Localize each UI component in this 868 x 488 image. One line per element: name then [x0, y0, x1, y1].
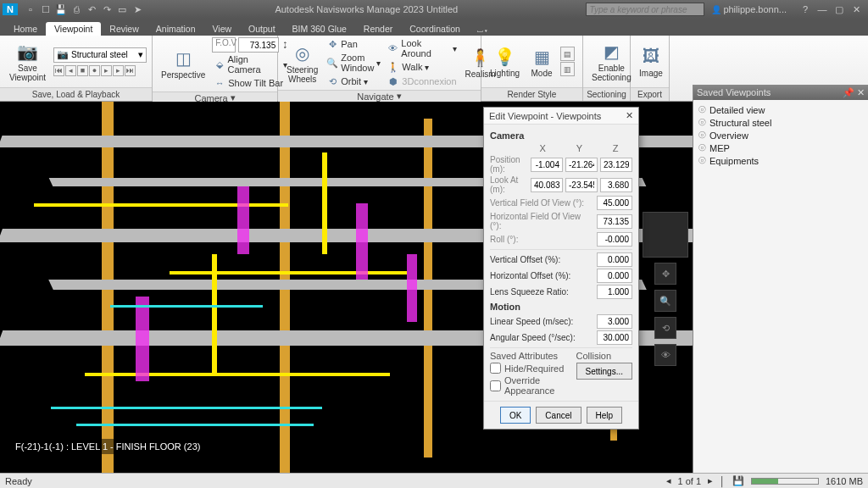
undo-icon[interactable]: ↶	[85, 3, 98, 16]
viewpoint-item[interactable]: ⦾Equipments	[698, 154, 863, 167]
lens-input[interactable]	[597, 285, 632, 299]
dialog-close-icon[interactable]: ✕	[626, 110, 633, 121]
maximize-icon[interactable]: ▢	[832, 4, 846, 15]
image-icon: 🖼	[639, 46, 663, 68]
tab-viewpoint[interactable]: Viewpoint	[46, 22, 101, 36]
pos-x[interactable]	[531, 158, 563, 172]
voff-input[interactable]	[597, 252, 632, 267]
search-input[interactable]	[586, 3, 704, 16]
play-stop[interactable]: ■	[77, 65, 88, 76]
help-button[interactable]: Help	[587, 407, 623, 424]
play-next[interactable]: ▸	[113, 65, 124, 76]
viewpoint-item[interactable]: ⦾Detailed view	[698, 103, 863, 116]
user-menu[interactable]: 👤 philippe.bonn...	[704, 4, 793, 14]
nav-orbit-icon[interactable]: ⟲	[654, 317, 676, 339]
fov-label: F.O.V	[212, 37, 236, 53]
look-z[interactable]	[600, 178, 632, 192]
view-cube[interactable]	[643, 212, 688, 258]
select-icon[interactable]: ▭	[115, 3, 129, 16]
camera-icon: ⦾	[698, 117, 706, 128]
nav-look-icon[interactable]: 👁	[654, 344, 676, 366]
aspeed-input[interactable]	[597, 330, 632, 345]
play-last[interactable]: ⏭	[125, 65, 136, 76]
cursor-icon[interactable]: ➤	[131, 3, 144, 16]
mode-button[interactable]: ▦ Mode	[526, 44, 557, 80]
pos-z[interactable]	[600, 158, 632, 172]
viewpoint-item[interactable]: ⦾Structural steel	[698, 116, 863, 129]
memory-bar	[751, 478, 819, 485]
ok-button[interactable]: OK	[500, 407, 531, 424]
save-viewpoint-button[interactable]: 📷 Save Viewpoint	[5, 39, 50, 84]
tab-expand[interactable]: ⎵▾	[469, 22, 498, 36]
enable-sectioning-button[interactable]: ◩ Enable Sectioning	[588, 39, 635, 84]
tab-render[interactable]: Render	[355, 22, 401, 36]
cancel-button[interactable]: Cancel	[536, 407, 581, 424]
app-icon: N	[3, 3, 18, 15]
lighting-button[interactable]: 💡 Lighting	[487, 44, 523, 80]
connexion-button: ⬢3Dconnexion	[386, 75, 458, 88]
play-rec[interactable]: ●	[89, 65, 100, 76]
pos-y[interactable]	[565, 158, 598, 172]
look-y[interactable]	[565, 178, 598, 192]
tab-output[interactable]: Output	[240, 22, 284, 36]
hoff-input[interactable]	[597, 269, 632, 283]
override-appearance-check[interactable]: Override Appearance	[490, 375, 568, 396]
style-2[interactable]: ▥	[560, 62, 575, 76]
sheet-count: 1 of 1	[678, 476, 702, 486]
lighting-icon: 💡	[493, 46, 517, 68]
sheet-prev[interactable]: ◂	[666, 475, 671, 486]
tab-animation[interactable]: Animation	[147, 22, 204, 36]
pan-button[interactable]: ✥Pan	[325, 37, 382, 51]
viewpoint-type-combo[interactable]: 📷 Structural steel▾	[53, 47, 147, 63]
minimize-icon[interactable]: —	[815, 4, 829, 15]
panel-sectioning: Sectioning	[583, 87, 630, 101]
zoom-window-button[interactable]: 🔍Zoom Window ▾	[325, 52, 382, 74]
viewpoint-item[interactable]: ⦾MEP	[698, 141, 863, 154]
hfov-input[interactable]	[597, 214, 632, 229]
save-icon[interactable]: 💾	[54, 3, 68, 16]
open-icon[interactable]: ☐	[39, 3, 53, 16]
nav-zoom-icon[interactable]: 🔍	[654, 290, 676, 312]
roll-input[interactable]	[597, 232, 632, 247]
fov-input[interactable]	[238, 37, 279, 53]
tab-review[interactable]: Review	[101, 22, 147, 36]
nav-pan-icon[interactable]: ✥	[654, 263, 676, 285]
walk-button[interactable]: 🚶Walk ▾	[386, 60, 458, 74]
vfov-input[interactable]	[597, 196, 632, 210]
redo-icon[interactable]: ↷	[100, 3, 114, 16]
panel-export: Export	[631, 87, 669, 101]
style-1[interactable]: ▤	[560, 47, 575, 61]
camera-icon: ⦾	[698, 155, 706, 166]
tab-home[interactable]: Home	[5, 22, 46, 36]
mode-icon: ▦	[530, 46, 554, 68]
orbit-button[interactable]: ⟲Orbit ▾	[325, 75, 382, 88]
look-around-button[interactable]: 👁Look Around ▾	[386, 37, 458, 59]
status-text: Ready	[5, 476, 32, 486]
tab-bim360[interactable]: BIM 360 Glue	[284, 22, 355, 36]
saved-viewpoints-header[interactable]: Saved Viewpoints 📌 ✕	[693, 85, 868, 100]
sheet-next[interactable]: ▸	[708, 475, 713, 486]
pin-icon[interactable]: 📌	[843, 87, 854, 97]
close-icon[interactable]: ✕	[849, 4, 863, 15]
steering-icon: ◎	[291, 42, 314, 64]
panel-close-icon[interactable]: ✕	[857, 87, 865, 97]
play-play[interactable]: ▸	[101, 65, 112, 76]
hide-required-check[interactable]: Hide/Required	[490, 363, 568, 374]
settings-button[interactable]: Settings...	[576, 363, 632, 380]
edit-viewpoint-dialog: Edit Viewpoint - Viewpoints ✕ Camera XYZ…	[483, 107, 639, 430]
viewpoint-item[interactable]: ⦾Overview	[698, 129, 863, 141]
perspective-button[interactable]: ◫ Perspective	[158, 46, 209, 81]
panel-navigate: Navigate▾	[278, 90, 481, 102]
image-button[interactable]: 🖼 Image	[636, 44, 666, 80]
perspective-icon: ◫	[171, 47, 195, 69]
tab-view[interactable]: View	[204, 22, 241, 36]
steering-wheels-button[interactable]: ◎ Steering Wheels	[283, 41, 321, 86]
look-x[interactable]	[531, 178, 563, 192]
play-prev[interactable]: ◂	[65, 65, 76, 76]
play-first[interactable]: ⏮	[53, 65, 64, 76]
new-icon[interactable]: ▫	[24, 3, 37, 16]
help-icon[interactable]: ?	[798, 4, 812, 15]
tab-coordination[interactable]: Coordination	[401, 22, 469, 36]
print-icon[interactable]: ⎙	[70, 3, 83, 16]
lspeed-input[interactable]	[597, 314, 632, 329]
